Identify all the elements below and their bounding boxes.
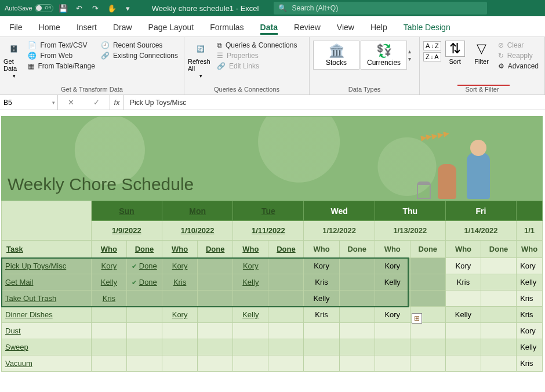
who-cell[interactable]: Kory [517,258,543,274]
who-cell[interactable]: Kelly [304,291,339,307]
who-cell[interactable] [91,323,126,339]
table-row[interactable]: SweepKelly [2,339,543,355]
autosave-toggle[interactable]: AutoSave Off [5,4,53,12]
done-cell[interactable] [126,339,162,355]
who-cell[interactable] [233,355,268,372]
who-cell[interactable]: Kelly [517,274,543,291]
done-cell[interactable] [481,339,517,355]
done-cell[interactable] [481,258,517,274]
task-cell[interactable]: Sweep [2,339,92,355]
tab-view[interactable]: View [337,19,354,37]
name-box-dropdown-icon[interactable]: ▾ [52,100,55,106]
done-cell[interactable] [339,323,375,339]
tab-help[interactable]: Help [370,19,387,37]
done-cell[interactable] [339,339,375,355]
who-cell[interactable]: Kris [304,274,339,291]
done-cell[interactable] [481,291,517,307]
done-cell[interactable] [339,307,375,323]
tab-draw[interactable]: Draw [113,19,132,37]
filter-button[interactable]: ▽ Filter [469,38,495,65]
who-cell[interactable]: Kris [517,307,543,323]
table-row[interactable]: Pick Up Toys/MiscKory✔ DoneKoryKoryKoryK… [2,258,543,274]
queries-connections-button[interactable]: ⧉Queries & Connections [215,41,299,50]
done-cell[interactable] [198,323,233,339]
done-cell[interactable]: ✔ Done [126,258,162,274]
table-row[interactable]: Get MailKelly✔ DoneKrisKellyKrisKellyKri… [2,274,543,291]
qat-dropdown-icon[interactable]: ▾ [122,2,135,14]
touch-mode-icon[interactable]: ✋ [106,2,118,14]
done-cell[interactable] [410,323,445,339]
who-cell[interactable]: Kris [517,291,543,307]
who-cell[interactable]: Kory [91,258,126,274]
done-cell[interactable] [410,291,445,307]
existing-connections-button[interactable]: 🔗Existing Connections [99,51,180,60]
who-cell[interactable] [445,291,481,307]
who-cell[interactable]: Kris [445,274,481,291]
done-cell[interactable] [126,355,162,372]
scroll-up-icon[interactable]: ▴ [408,48,417,55]
who-cell[interactable]: Kelly [445,307,481,323]
who-cell[interactable]: Kory [162,258,198,274]
who-cell[interactable]: Kelly [375,274,410,291]
table-row[interactable]: Take Out TrashKrisKellyKris [2,291,543,307]
done-cell[interactable] [198,291,233,307]
done-cell[interactable] [481,307,517,323]
tab-home[interactable]: Home [39,19,60,37]
stocks-button[interactable]: 🏛️ Stocks [313,41,359,70]
done-cell[interactable] [268,355,304,372]
who-cell[interactable]: Kory [162,307,198,323]
done-cell[interactable]: ✔ Done [126,274,162,291]
fx-icon[interactable]: fx [110,95,124,110]
who-cell[interactable] [304,339,339,355]
done-cell[interactable] [339,258,375,274]
search-box[interactable]: 🔍 Search (Alt+Q) [274,2,487,14]
scroll-down-icon[interactable]: ▾ [408,56,417,62]
who-cell[interactable] [375,339,410,355]
done-cell[interactable] [198,274,233,291]
sort-desc-button[interactable]: Z↓A [423,52,441,61]
done-cell[interactable] [481,355,517,372]
who-cell[interactable] [233,339,268,355]
table-row[interactable]: Dinner DishesKoryKellyKrisKoryKellyKris [2,307,543,323]
done-cell[interactable] [126,307,162,323]
who-cell[interactable] [162,339,198,355]
who-cell[interactable]: Kelly [91,274,126,291]
table-row[interactable]: DustKory [2,323,543,339]
done-cell[interactable] [126,291,162,307]
task-cell[interactable]: Take Out Trash [2,291,92,307]
who-cell[interactable] [162,291,198,307]
task-cell[interactable]: Vacuum [2,355,92,372]
who-cell[interactable] [304,355,339,372]
from-web-button[interactable]: 🌐From Web [26,51,97,60]
who-cell[interactable]: Kris [304,307,339,323]
who-cell[interactable]: Kris [517,355,543,372]
done-cell[interactable] [268,323,304,339]
tab-file[interactable]: File [9,19,23,37]
currencies-button[interactable]: 💱 Currencies [361,41,407,70]
who-cell[interactable]: Kris [162,274,198,291]
who-cell[interactable] [91,307,126,323]
tab-page-layout[interactable]: Page Layout [148,19,194,37]
tab-data[interactable]: Data [260,19,278,37]
who-cell[interactable]: Kelly [517,339,543,355]
done-cell[interactable] [268,291,304,307]
done-cell[interactable] [339,274,375,291]
done-cell[interactable] [268,274,304,291]
who-cell[interactable] [162,323,198,339]
done-cell[interactable] [339,291,375,307]
done-cell[interactable] [198,355,233,372]
enter-icon[interactable]: ✓ [93,98,100,107]
who-cell[interactable]: Kelly [233,307,268,323]
who-cell[interactable] [375,355,410,372]
sort-button[interactable]: ⇅ Sort [442,38,468,65]
tab-review[interactable]: Review [294,19,321,37]
who-cell[interactable] [91,339,126,355]
tab-insert[interactable]: Insert [77,19,97,37]
chore-table[interactable]: Sun Mon Tue Wed Thu Fri 1/9/2022 1/10/20… [1,201,543,372]
who-cell[interactable] [233,323,268,339]
who-cell[interactable] [445,323,481,339]
who-cell[interactable] [162,355,198,372]
done-cell[interactable] [339,355,375,372]
who-cell[interactable] [91,355,126,372]
table-row[interactable]: VacuumKris [2,355,543,372]
